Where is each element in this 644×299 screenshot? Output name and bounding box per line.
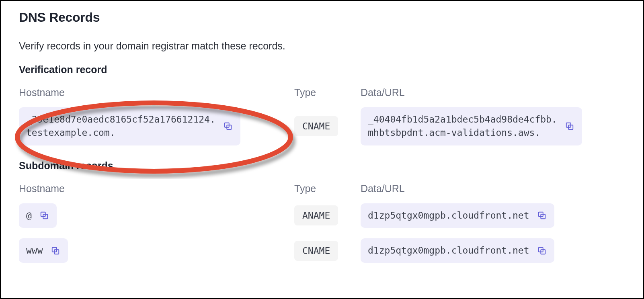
verification-type-value: CNAME — [302, 121, 330, 131]
col-header-hostname: Hostname — [19, 87, 286, 98]
copy-button[interactable] — [39, 210, 49, 221]
subdomain-data-chip: d1zp5qtgx0mgpb.cloudfront.net — [361, 238, 554, 263]
page-title: DNS Records — [19, 10, 625, 25]
verification-type-chip: CNAME — [294, 116, 338, 136]
copy-icon — [40, 211, 49, 220]
copy-icon — [565, 122, 574, 131]
copy-icon — [537, 246, 546, 255]
verification-data-chip: _40404fb1d5a2a1bdec5b4ad98de4cfbb. mhbts… — [361, 107, 582, 145]
copy-button[interactable] — [564, 121, 575, 131]
subdomain-hostname-chip: @ — [19, 203, 57, 228]
col-header-type: Type — [294, 87, 353, 98]
subdomain-record-row: www CNAME d1zp5qtgx0mgpb.cloudfront.net — [19, 238, 625, 263]
page-subtitle: Verify records in your domain registrar … — [19, 40, 625, 52]
subdomain-data-chip: d1zp5qtgx0mgpb.cloudfront.net — [361, 203, 554, 228]
col-header-data: Data/URL — [361, 183, 625, 195]
verification-record-row: _39e1e8d7e0aedc8165cf52a176612124. teste… — [19, 107, 625, 145]
copy-button[interactable] — [223, 121, 233, 131]
col-header-type: Type — [294, 183, 353, 195]
verification-hostname-chip: _39e1e8d7e0aedc8165cf52a176612124. teste… — [19, 107, 240, 145]
subdomain-data-value: d1zp5qtgx0mgpb.cloudfront.net — [368, 209, 529, 222]
subdomain-record-row: @ ANAME d1zp5qtgx0mgpb.cloudfront.net — [19, 203, 625, 228]
subdomain-column-headers: Hostname Type Data/URL — [19, 183, 625, 195]
copy-icon — [51, 246, 60, 255]
verification-heading: Verification record — [19, 64, 625, 76]
verification-column-headers: Hostname Type Data/URL — [19, 87, 625, 98]
copy-icon — [537, 211, 546, 220]
col-header-hostname: Hostname — [19, 183, 286, 195]
copy-icon — [224, 122, 232, 131]
subdomain-type-chip: CNAME — [294, 241, 338, 261]
subdomain-hostname-value: @ — [26, 209, 32, 222]
subdomain-type-value: ANAME — [302, 210, 330, 221]
copy-button[interactable] — [537, 246, 547, 256]
subdomain-type-value: CNAME — [302, 246, 330, 256]
verification-data-value: _40404fb1d5a2a1bdec5b4ad98de4cfbb. mhbts… — [368, 113, 557, 140]
subdomain-hostname-value: www — [26, 244, 43, 257]
dns-records-panel: DNS Records Verify records in your domai… — [0, 0, 644, 299]
subdomain-type-chip: ANAME — [294, 205, 338, 225]
copy-button[interactable] — [50, 246, 61, 256]
subdomain-data-value: d1zp5qtgx0mgpb.cloudfront.net — [368, 244, 529, 257]
subdomain-heading: Subdomain records — [19, 160, 625, 172]
copy-button[interactable] — [537, 210, 547, 221]
col-header-data: Data/URL — [361, 87, 625, 98]
subdomain-hostname-chip: www — [19, 238, 68, 263]
verification-hostname-value: _39e1e8d7e0aedc8165cf52a176612124. teste… — [26, 113, 215, 140]
